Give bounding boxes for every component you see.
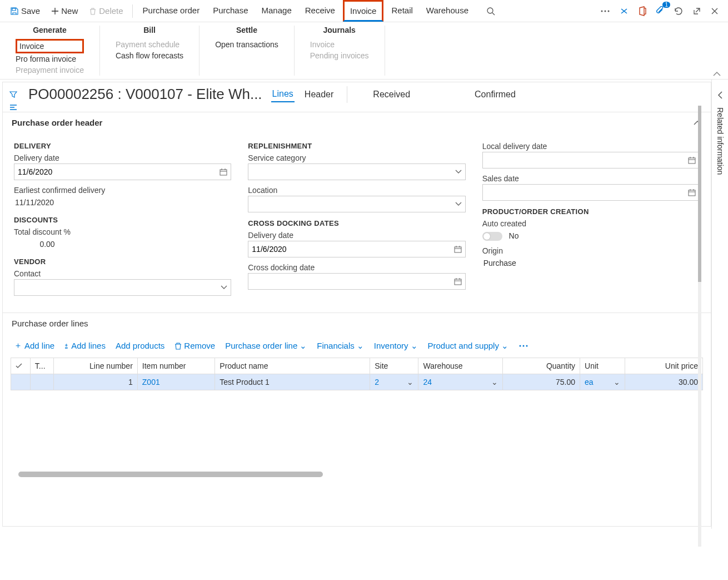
- chevron-down-icon[interactable]: [221, 285, 227, 290]
- calendar-icon[interactable]: [688, 156, 696, 164]
- product-supply-menu[interactable]: Product and supply⌄: [425, 340, 512, 352]
- ribbon-generate-prepayment: Prepayment invoice: [16, 65, 84, 76]
- calendar-icon[interactable]: [454, 277, 462, 285]
- svg-point-11: [526, 345, 527, 346]
- location-input[interactable]: [248, 196, 465, 212]
- delivery-date-input[interactable]: [14, 163, 231, 180]
- vendor-contact-input[interactable]: [14, 279, 231, 296]
- tab-warehouse[interactable]: Warehouse: [421, 1, 474, 21]
- new-button[interactable]: New: [47, 4, 82, 18]
- link-button[interactable]: [616, 4, 632, 18]
- vertical-scrollbar[interactable]: [698, 106, 701, 529]
- row-select[interactable]: [11, 374, 31, 390]
- attachments-button[interactable]: 1: [652, 4, 668, 18]
- lines-more-button[interactable]: [515, 343, 532, 349]
- row-warehouse[interactable]: 24⌄: [418, 374, 502, 390]
- tab-purchase[interactable]: Purchase: [207, 1, 253, 21]
- cross-delivery-date-input[interactable]: [248, 241, 465, 257]
- tab-receive[interactable]: Receive: [300, 1, 341, 21]
- row-type[interactable]: [30, 374, 53, 390]
- horizontal-scrollbar[interactable]: [18, 472, 695, 477]
- ribbon-generate-proforma[interactable]: Pro forma invoice: [16, 53, 84, 65]
- sales-date-label: Sales date: [482, 174, 700, 183]
- vendor-contact-label: Contact: [14, 269, 231, 278]
- sales-date-input[interactable]: [482, 184, 700, 201]
- add-lines-button[interactable]: ⩲Add lines: [61, 340, 109, 351]
- calendar-icon[interactable]: [220, 168, 227, 176]
- col-site[interactable]: Site: [370, 358, 418, 374]
- search-button[interactable]: [483, 4, 498, 18]
- cross-docking-date-input[interactable]: [248, 273, 465, 290]
- auto-created-toggle[interactable]: [482, 232, 502, 241]
- col-line-number[interactable]: Line number: [53, 358, 137, 374]
- col-unit-price[interactable]: Unit price: [625, 358, 703, 374]
- tab-purchase-order[interactable]: Purchase order: [137, 1, 206, 21]
- col-product-name[interactable]: Product name: [215, 358, 370, 374]
- add-lines-label: Add lines: [71, 341, 106, 350]
- filter-icon[interactable]: [9, 91, 17, 98]
- table-row[interactable]: 1 Z001 Test Product 1 2⌄ 24⌄ 75.00 ea⌄ 3…: [11, 374, 703, 390]
- group-cross-docking: CROSS DOCKING DATES: [248, 219, 465, 227]
- col-type[interactable]: T...: [30, 358, 53, 374]
- row-item-number[interactable]: Z001: [137, 374, 215, 390]
- section-header-po[interactable]: Purchase order header: [3, 112, 711, 133]
- product-supply-label: Product and supply: [428, 341, 499, 350]
- chevron-down-icon: ⌄: [357, 341, 364, 351]
- expand-related-button[interactable]: [717, 91, 723, 100]
- chevron-down-icon[interactable]: [455, 202, 462, 206]
- chevron-up-icon: [712, 71, 721, 77]
- auto-created-value: No: [509, 231, 519, 240]
- chevron-down-icon[interactable]: ⌄: [491, 378, 498, 386]
- tab-invoice[interactable]: Invoice: [343, 0, 384, 22]
- add-products-button[interactable]: Add products: [112, 340, 168, 351]
- po-line-menu[interactable]: Purchase order line⌄: [222, 340, 310, 352]
- auto-created-label: Auto created: [482, 219, 700, 228]
- ribbon-bill-title: Bill: [116, 26, 183, 34]
- col-warehouse[interactable]: Warehouse: [418, 358, 502, 374]
- cross-delivery-date-label: Delivery date: [248, 231, 465, 240]
- row-site[interactable]: 2⌄: [370, 374, 418, 390]
- col-item-number[interactable]: Item number: [137, 358, 215, 374]
- row-unit-price[interactable]: 30.00: [625, 374, 703, 390]
- remove-button[interactable]: Remove: [171, 340, 218, 351]
- row-quantity[interactable]: 75.00: [502, 374, 580, 390]
- col-unit[interactable]: Unit: [580, 358, 625, 374]
- refresh-button[interactable]: [670, 4, 687, 18]
- more-button[interactable]: [597, 7, 614, 15]
- row-line-number[interactable]: 1: [53, 374, 137, 390]
- ribbon-bill-cashflow[interactable]: Cash flow forecasts: [116, 50, 183, 61]
- chevron-down-icon: ⌄: [300, 341, 307, 351]
- row-unit[interactable]: ea⌄: [580, 374, 625, 390]
- office-button[interactable]: [635, 4, 650, 18]
- chevron-down-icon[interactable]: [455, 170, 462, 174]
- local-delivery-date-label: Local delivery date: [482, 142, 700, 151]
- tab-retail[interactable]: Retail: [386, 1, 418, 21]
- tab-manage[interactable]: Manage: [256, 1, 297, 21]
- col-select[interactable]: [11, 358, 31, 374]
- new-label: New: [61, 6, 78, 16]
- popout-button[interactable]: [689, 4, 705, 18]
- view-tab-lines[interactable]: Lines: [271, 87, 295, 102]
- form-col-1: DELIVERY Delivery date Earliest confirme…: [14, 135, 231, 301]
- local-delivery-date-input[interactable]: [482, 152, 700, 168]
- chevron-left-icon: [717, 91, 723, 100]
- chevron-down-icon[interactable]: ⌄: [407, 378, 413, 386]
- ribbon-collapse[interactable]: [712, 71, 721, 77]
- chevron-down-icon[interactable]: ⌄: [614, 378, 620, 386]
- view-tab-header[interactable]: Header: [303, 87, 335, 102]
- row-product-name[interactable]: Test Product 1: [215, 374, 370, 390]
- paperclip-icon: [656, 6, 665, 16]
- save-button[interactable]: Save: [6, 4, 44, 18]
- calendar-icon[interactable]: [454, 245, 462, 253]
- ribbon-generate-invoice[interactable]: Invoice: [16, 39, 84, 53]
- inventory-menu[interactable]: Inventory⌄: [371, 340, 421, 352]
- align-icon[interactable]: [3, 103, 711, 112]
- close-button[interactable]: [707, 4, 722, 18]
- ribbon-settle-open[interactable]: Open transactions: [215, 39, 278, 50]
- service-category-input[interactable]: [248, 163, 465, 180]
- add-line-button[interactable]: ＋Add line: [11, 339, 58, 352]
- financials-menu[interactable]: Financials⌄: [313, 340, 367, 352]
- calendar-icon[interactable]: [688, 189, 696, 196]
- form-col-2: REPLENISHMENT Service category Location: [248, 135, 465, 301]
- col-quantity[interactable]: Quantity: [502, 358, 580, 374]
